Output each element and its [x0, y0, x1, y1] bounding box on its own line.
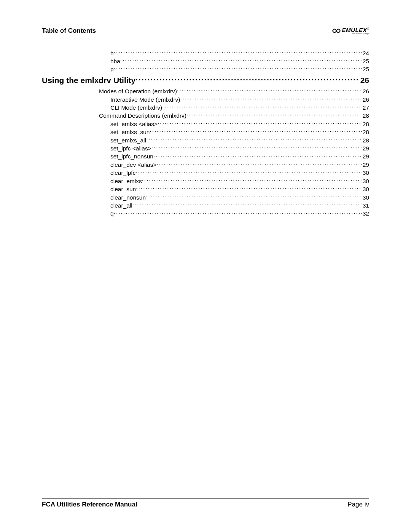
toc-entry-title: hba [110, 58, 120, 66]
toc-leader [150, 128, 362, 134]
page-content: Table of Contents EMULEX® We network sto… [0, 0, 411, 218]
toc-entry[interactable]: set_emlxs_all 28 [42, 136, 369, 144]
toc-entry[interactable]: clear_dev <alias> 29 [42, 161, 369, 169]
toc-entry[interactable]: set_emlxs_sun 28 [42, 128, 369, 136]
toc-entry[interactable]: clear_sun 30 [42, 185, 369, 193]
toc-section-page: 26 [360, 75, 369, 86]
toc-leader [162, 104, 362, 110]
toc-entry-page: 25 [362, 58, 369, 66]
toc-entry-title: set_lpfc_nonsun [110, 153, 153, 161]
toc-entry[interactable]: set_lpfc_nonsun 29 [42, 153, 369, 161]
toc-entry-title: h [110, 50, 114, 58]
toc-entry-title: clear_dev <alias> [110, 161, 157, 169]
toc-entry-page: 30 [362, 194, 369, 202]
toc-leader [177, 88, 362, 94]
toc-entry-title: set_emlxs_all [110, 137, 146, 145]
toc-entry-page: 29 [362, 153, 369, 161]
toc-leader [114, 66, 362, 72]
toc-entry[interactable]: set_lpfc <alias> 29 [42, 145, 369, 153]
toc-entry-title: Command Descriptions (emlxdrv) [99, 112, 186, 120]
toc-entry[interactable]: clear_lpfc 30 [42, 169, 369, 177]
toc-leader [153, 153, 362, 159]
toc-leader [146, 136, 362, 142]
toc-entry-page: 30 [362, 185, 369, 193]
toc-entry-title: set_emlxs_sun [110, 128, 150, 136]
toc-entry-page: 26 [362, 88, 369, 96]
toc-pre-entries: h 24hba 25p 25 [42, 49, 369, 73]
toc-entry-title: clear_all [110, 202, 132, 210]
toc-section-title: Using the emlxdrv Utility [42, 75, 135, 86]
toc-entry-title: set_emlxs <alias> [110, 120, 158, 128]
toc-leader [135, 75, 359, 83]
toc-entry-page: 29 [362, 161, 369, 169]
toc-leader [135, 169, 362, 175]
toc-leader [158, 120, 362, 126]
toc-entry[interactable]: clear_nonsun 30 [42, 193, 369, 201]
footer-manual-title: FCA Utilities Reference Manual [42, 501, 137, 508]
toc-entry[interactable]: Interactive Mode (emlxdrv) 26 [42, 96, 369, 104]
toc-entry-title: p [110, 66, 114, 73]
toc-leader [142, 177, 362, 183]
toc-leader [180, 96, 362, 102]
toc-entry-page: 28 [362, 137, 369, 145]
toc-entry[interactable]: hba 25 [42, 57, 369, 65]
toc-entry-page: 28 [362, 112, 369, 120]
toc-entry-title: q [110, 210, 114, 218]
toc-entry[interactable]: Modes of Operation (emlxdrv) 26 [42, 88, 369, 96]
table-of-contents: h 24hba 25p 25 Using the emlxdrv Utility… [42, 49, 369, 218]
toc-entry[interactable]: set_emlxs <alias> 28 [42, 120, 369, 128]
toc-leader [114, 210, 362, 216]
toc-entry-title: Interactive Mode (emlxdrv) [110, 96, 180, 104]
toc-entry-page: 24 [362, 50, 369, 58]
toc-entry[interactable]: h 24 [42, 49, 369, 57]
toc-entry-title: clear_sun [110, 185, 136, 193]
toc-leader [186, 112, 362, 118]
logo-text-wrap: EMULEX® We network storage [342, 27, 369, 35]
page-header: Table of Contents EMULEX® We network sto… [42, 27, 369, 35]
toc-section-heading[interactable]: Using the emlxdrv Utility 26 [42, 75, 369, 86]
toc-entry-page: 27 [362, 104, 369, 112]
toc-entry-title: clear_emlxs [110, 177, 142, 185]
toc-entry[interactable]: Command Descriptions (emlxdrv) 28 [42, 112, 369, 120]
toc-entry-page: 30 [362, 169, 369, 177]
toc-entry-page: 28 [362, 120, 369, 128]
toc-leader [151, 145, 362, 151]
header-title: Table of Contents [42, 27, 96, 35]
toc-entry-page: 30 [362, 177, 369, 185]
toc-entry[interactable]: clear_all 31 [42, 202, 369, 210]
toc-entries: Modes of Operation (emlxdrv) 26Interacti… [42, 88, 369, 218]
toc-leader [146, 193, 362, 200]
toc-leader [132, 202, 362, 208]
toc-entry[interactable]: p 25 [42, 66, 369, 73]
page-footer: FCA Utilities Reference Manual Page iv [42, 498, 369, 508]
toc-entry[interactable]: q 32 [42, 210, 369, 218]
toc-leader [114, 49, 362, 55]
toc-entry-page: 29 [362, 145, 369, 153]
toc-leader [136, 185, 362, 192]
toc-leader [120, 57, 362, 63]
toc-entry-title: CLI Mode (emlxdrv) [110, 104, 162, 112]
trademark-icon: ® [367, 27, 369, 30]
toc-entry-page: 28 [362, 128, 369, 136]
toc-entry-title: Modes of Operation (emlxdrv) [99, 88, 177, 96]
toc-entry-page: 26 [362, 96, 369, 104]
toc-entry-page: 32 [362, 210, 369, 218]
brand-logo: EMULEX® We network storage [332, 27, 369, 35]
toc-leader [157, 161, 362, 167]
toc-entry-page: 25 [362, 66, 369, 73]
toc-entry[interactable]: clear_emlxs 30 [42, 177, 369, 185]
toc-entry-title: clear_nonsun [110, 194, 146, 202]
toc-entry-title: set_lpfc <alias> [110, 145, 151, 153]
toc-entry-page: 31 [362, 202, 369, 210]
toc-entry[interactable]: CLI Mode (emlxdrv) 27 [42, 104, 369, 112]
toc-entry-title: clear_lpfc [110, 169, 135, 177]
footer-page-number: Page iv [347, 501, 369, 508]
emulex-mark-icon [332, 28, 341, 34]
